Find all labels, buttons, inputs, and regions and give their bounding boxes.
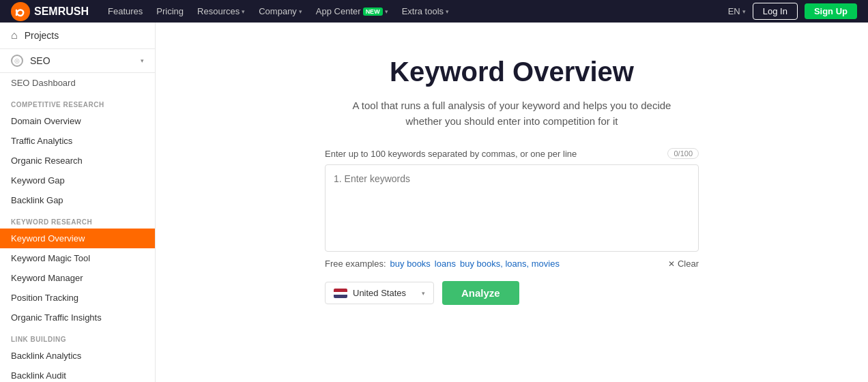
country-label: United States: [353, 288, 406, 298]
sidebar-item-seo-dashboard[interactable]: SEO Dashboard: [0, 73, 155, 93]
body-layout: ⌂ Projects ◎ SEO ▾ SEO Dashboard COMPETI…: [0, 23, 868, 382]
signup-button[interactable]: Sign Up: [805, 3, 857, 19]
example-link-1[interactable]: loans: [435, 259, 456, 269]
country-selector[interactable]: United States ▾: [325, 282, 434, 304]
nav-company[interactable]: Company ▾: [253, 0, 308, 23]
chevron-down-icon: ▾: [242, 8, 245, 15]
sidebar-item-backlink-analytics[interactable]: Backlink Analytics: [0, 346, 155, 366]
nav-right: EN ▾ Log In Sign Up: [728, 3, 857, 20]
sidebar: ⌂ Projects ◎ SEO ▾ SEO Dashboard COMPETI…: [0, 23, 156, 382]
section-title-competitive: COMPETITIVE RESEARCH: [0, 93, 155, 111]
seo-icon: ◎: [11, 55, 23, 67]
sidebar-item-keyword-gap[interactable]: Keyword Gap: [0, 171, 155, 190]
keyword-count-badge: 0/100: [667, 148, 699, 159]
flag-icon: [334, 289, 347, 298]
page-subtitle: A tool that runs a full analysis of your…: [334, 98, 689, 129]
login-button[interactable]: Log In: [753, 3, 798, 20]
language-selector[interactable]: EN ▾: [728, 6, 746, 16]
keyword-count-row: Enter up to 100 keywords separated by co…: [325, 148, 699, 159]
logo[interactable]: SEMRUSH: [11, 2, 89, 21]
sidebar-item-backlink-gap[interactable]: Backlink Gap: [0, 190, 155, 210]
chevron-down-icon: ▾: [742, 8, 746, 15]
sidebar-item-keyword-manager[interactable]: Keyword Manager: [0, 268, 155, 288]
sidebar-item-keyword-magic-tool[interactable]: Keyword Magic Tool: [0, 248, 155, 268]
sidebar-item-backlink-audit[interactable]: Backlink Audit: [0, 366, 155, 382]
nav-links: Features Pricing Resources ▾ Company ▾ A…: [102, 0, 714, 23]
nav-features[interactable]: Features: [102, 0, 148, 23]
svg-point-0: [11, 2, 30, 21]
nav-extratools[interactable]: Extra tools ▾: [396, 0, 454, 23]
x-icon: ✕: [668, 259, 675, 269]
keyword-count-label: Enter up to 100 keywords separated by co…: [325, 149, 577, 159]
logo-text: SEMRUSH: [34, 5, 89, 18]
chevron-down-icon: ▾: [422, 290, 425, 297]
keyword-input[interactable]: [325, 164, 699, 252]
example-link-2[interactable]: buy books, loans, movies: [460, 259, 560, 269]
section-title-keyword: KEYWORD RESEARCH: [0, 210, 155, 229]
free-examples-row: Free examples: buy books loans buy books…: [325, 259, 699, 269]
sidebar-item-traffic-analytics[interactable]: Traffic Analytics: [0, 131, 155, 151]
sidebar-item-position-tracking[interactable]: Position Tracking: [0, 288, 155, 308]
sidebar-projects-row[interactable]: ⌂ Projects: [0, 23, 155, 49]
analyze-button[interactable]: Analyze: [442, 281, 519, 305]
nav-appcenter[interactable]: App Center NEW ▾: [310, 0, 394, 23]
example-link-0[interactable]: buy books: [390, 259, 431, 269]
action-row: United States ▾ Analyze: [325, 281, 699, 305]
projects-label: Projects: [25, 30, 59, 41]
sidebar-seo-row[interactable]: ◎ SEO ▾: [0, 49, 155, 73]
home-icon: ⌂: [11, 29, 18, 42]
main-content: Keyword Overview A tool that runs a full…: [156, 23, 868, 382]
nav-resources[interactable]: Resources ▾: [192, 0, 250, 23]
top-navigation: SEMRUSH Features Pricing Resources ▾ Com…: [0, 0, 868, 23]
nav-pricing[interactable]: Pricing: [151, 0, 189, 23]
sidebar-item-domain-overview[interactable]: Domain Overview: [0, 111, 155, 131]
section-title-link-building: LINK BUILDING: [0, 327, 155, 346]
seo-label: SEO: [30, 55, 50, 66]
seo-left: ◎ SEO: [11, 55, 50, 67]
new-badge: NEW: [363, 8, 383, 16]
sidebar-item-keyword-overview[interactable]: Keyword Overview: [0, 229, 155, 248]
free-examples-label: Free examples:: [325, 259, 386, 269]
clear-button[interactable]: ✕ Clear: [668, 259, 699, 269]
chevron-down-icon: ▾: [385, 8, 388, 15]
page-title: Keyword Overview: [390, 57, 634, 87]
sidebar-item-organic-research[interactable]: Organic Research: [0, 151, 155, 171]
chevron-down-icon: ▾: [299, 8, 302, 15]
chevron-down-icon: ▾: [141, 57, 144, 64]
sidebar-item-organic-traffic-insights[interactable]: Organic Traffic Insights: [0, 308, 155, 327]
chevron-down-icon: ▾: [446, 8, 449, 15]
